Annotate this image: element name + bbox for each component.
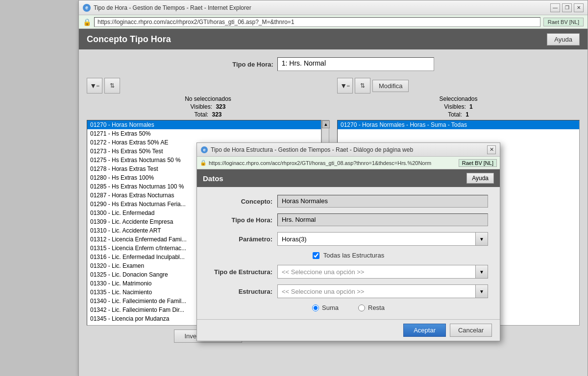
- right-section-label: Seleccionados: [439, 95, 477, 102]
- dialog-addressbar: 🔒 https://loginacc.rhpro.com/acc/rhprox2…: [197, 157, 500, 169]
- left-section-label: No seleccionados: [185, 95, 231, 102]
- tipo-hora-value: 1: Hrs. Normal: [277, 57, 434, 71]
- dialog-badge: Raet BV [NL]: [459, 159, 497, 167]
- concepto-row: Concepto: Horas Normales: [209, 195, 488, 208]
- right-total-value: 1: [466, 111, 469, 118]
- dialog-url: https://loginacc.rhpro.com/acc/rhprox2/G…: [209, 160, 457, 166]
- browser-lock-icon: 🔒: [83, 18, 91, 26]
- right-visibles-value: 1: [469, 103, 473, 110]
- dialog-close-button[interactable]: ✕: [487, 145, 496, 154]
- browser-url[interactable]: https://loginacc.rhpro.com/acc/rhprox2/G…: [94, 17, 540, 27]
- left-total-count: Total: 323: [87, 111, 329, 118]
- parametro-select-wrapper: Horas(3) Minutos Días ▼: [277, 232, 488, 246]
- close-button[interactable]: ✕: [574, 3, 584, 12]
- dialog: e Tipo de Hora Estructura - Gestion de T…: [196, 142, 500, 341]
- resta-label: Resta: [368, 304, 385, 311]
- browser-titlebar: e Tipo de Hora - Gestion de Tiempos - Ra…: [79, 0, 588, 15]
- browser-controls: — ❐ ✕: [550, 3, 584, 12]
- estructura-select-wrapper: << Seleccione una opción >> ▼: [277, 284, 488, 298]
- resta-radio[interactable]: [358, 305, 365, 311]
- dialog-header-title: Datos: [203, 174, 223, 183]
- dialog-title: e Tipo de Hora Estructura - Gestion de T…: [201, 146, 413, 153]
- left-visibles-value: 323: [216, 103, 225, 110]
- todas-estructuras-checkbox[interactable]: [313, 252, 319, 259]
- tipo-hora-label: Tipo de Hora:: [232, 61, 273, 68]
- right-panel-controls: ▼═ ⇅ Modifica: [337, 78, 580, 94]
- concepto-value: Horas Normales: [277, 195, 488, 208]
- modifica-button[interactable]: Modifica: [372, 80, 409, 92]
- dialog-header: Datos Ayuda: [197, 169, 500, 187]
- ayuda-button[interactable]: Ayuda: [547, 33, 580, 46]
- cancelar-button[interactable]: Cancelar: [450, 324, 492, 337]
- right-sort-button[interactable]: ⇅: [355, 78, 370, 94]
- suma-radio[interactable]: [312, 305, 319, 311]
- browser-badge: Raet BV [NL]: [543, 18, 584, 26]
- left-total-label: Total:: [194, 111, 208, 118]
- concepto-label: Concepto:: [209, 198, 272, 205]
- suma-label: Suma: [322, 304, 339, 311]
- tipo-hora-row: Tipo de Hora: 1: Hrs. Normal: [87, 57, 580, 71]
- right-visibles-count: Visibles: 1: [337, 103, 580, 110]
- right-total-label: Total:: [448, 111, 462, 118]
- suma-option: Suma: [312, 304, 339, 311]
- right-visibles-label: Visibles:: [444, 103, 466, 110]
- dialog-ayuda-button[interactable]: Ayuda: [466, 173, 494, 184]
- estructura-select[interactable]: << Seleccione una opción >>: [277, 284, 488, 298]
- left-visibles-count: Visibles: 323: [87, 103, 329, 110]
- checkbox-row: Todas las Estructuras: [209, 252, 488, 259]
- restore-button[interactable]: ❐: [562, 3, 572, 12]
- dialog-body: Concepto: Horas Normales Tipo de Hora: H…: [197, 187, 500, 319]
- dialog-titlebar: e Tipo de Hora Estructura - Gestion de T…: [197, 143, 500, 157]
- right-filter-button[interactable]: ▼═: [337, 78, 353, 94]
- left-visibles-label: Visibles:: [191, 103, 212, 110]
- left-scroll-up[interactable]: ▲: [322, 120, 330, 128]
- tipo-estructura-label: Tipo de Estructura:: [209, 268, 272, 276]
- tipo-estructura-select-wrapper: << Seleccione una opción >> ▼: [277, 265, 488, 279]
- dialog-title-text: Tipo de Hora Estructura - Gestion de Tie…: [211, 146, 413, 153]
- right-list-item[interactable]: 01270 - Horas Normales - Horas - Suma - …: [338, 120, 579, 129]
- left-list-item[interactable]: 01270 - Horas Normales: [87, 120, 321, 129]
- tipo-estructura-select[interactable]: << Seleccione una opción >>: [277, 265, 488, 279]
- estructura-row: Estructura: << Seleccione una opción >> …: [209, 284, 488, 298]
- tipo-estructura-row: Tipo de Estructura: << Seleccione una op…: [209, 265, 488, 279]
- left-filter-button[interactable]: ▼═: [87, 78, 102, 94]
- todas-estructuras-label: Todas las Estructuras: [323, 252, 384, 259]
- parametro-label: Parámetro:: [209, 235, 272, 243]
- parametro-select[interactable]: Horas(3) Minutos Días: [277, 232, 488, 246]
- browser-title-text: Tipo de Hora - Gestion de Tiempos - Raet…: [94, 4, 251, 11]
- right-visibles-row: Seleccionados: [337, 95, 580, 102]
- estructura-label: Estructura:: [209, 288, 272, 295]
- dialog-footer: Aceptar Cancelar: [197, 319, 500, 341]
- parametro-row: Parámetro: Horas(3) Minutos Días ▼: [209, 232, 488, 246]
- browser-addressbar: 🔒 https://loginacc.rhpro.com/acc/rhprox2…: [79, 15, 588, 29]
- left-list-item[interactable]: 01271 - Hs Extras 50%: [87, 129, 321, 138]
- left-sort-button[interactable]: ⇅: [104, 78, 120, 94]
- dialog-lock-icon: 🔒: [200, 160, 207, 166]
- dialog-ie-icon: e: [201, 146, 208, 153]
- dialog-tipo-hora-label: Tipo de Hora:: [209, 216, 272, 224]
- app-title: Concepto Tipo Hora: [87, 34, 171, 45]
- dialog-tipo-hora-value: Hrs. Normal: [277, 213, 488, 226]
- minimize-button[interactable]: —: [550, 3, 560, 12]
- left-visibles-row: No seleccionados: [87, 95, 329, 102]
- browser-window: e Tipo de Hora - Gestion de Tiempos - Ra…: [78, 0, 588, 376]
- browser-title: e Tipo de Hora - Gestion de Tiempos - Ra…: [83, 4, 251, 12]
- resta-option: Resta: [358, 304, 385, 311]
- left-total-value: 323: [212, 111, 222, 118]
- right-total-count: Total: 1: [337, 111, 580, 118]
- left-panel-controls: ▼═ ⇅: [87, 78, 329, 94]
- radio-row: Suma Resta: [209, 304, 488, 311]
- app-header: Concepto Tipo Hora Ayuda: [79, 29, 588, 49]
- aceptar-button[interactable]: Aceptar: [403, 324, 446, 337]
- dialog-tipo-hora-row: Tipo de Hora: Hrs. Normal: [209, 213, 488, 226]
- ie-icon: e: [83, 4, 91, 12]
